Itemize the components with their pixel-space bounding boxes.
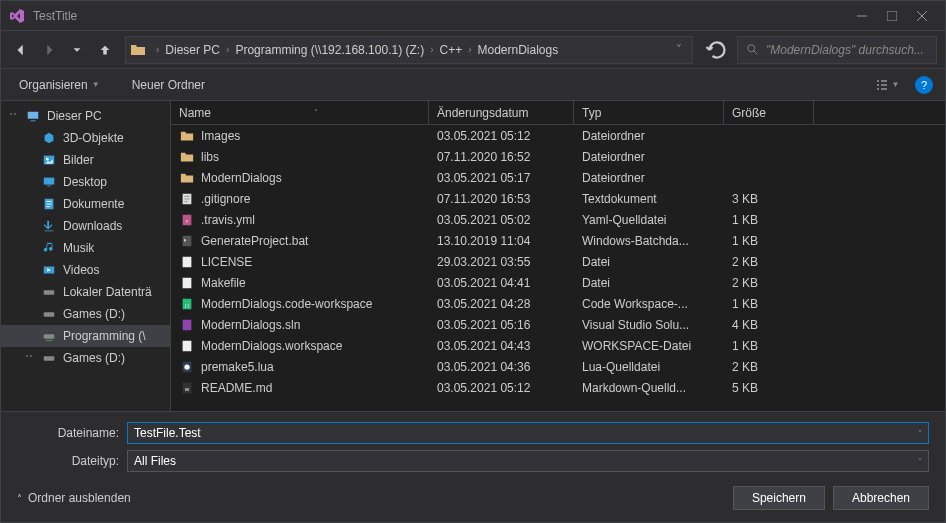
breadcrumb[interactable]: › Dieser PC › Programming (\\192.168.100…: [125, 36, 693, 64]
sidebar-item[interactable]: ˅˅Games (D:): [1, 347, 170, 369]
hide-folders-button[interactable]: ˄Ordner ausblenden: [17, 491, 131, 505]
save-button[interactable]: Speichern: [733, 486, 825, 510]
sidebar-item[interactable]: Desktop: [1, 171, 170, 193]
close-button[interactable]: [907, 1, 937, 31]
file-name: ModernDialogs: [201, 171, 282, 185]
titlebar: TestTitle: [1, 1, 945, 31]
cancel-button[interactable]: Abbrechen: [833, 486, 929, 510]
file-type: Dateiordner: [574, 171, 724, 185]
nav-forward-button[interactable]: [37, 38, 61, 62]
file-row[interactable]: Y.travis.yml03.05.2021 05:02Yaml-Quellda…: [171, 209, 945, 230]
svg-rect-4: [44, 178, 55, 185]
search-input[interactable]: "ModernDialogs" durchsuch...: [737, 36, 937, 64]
nav-up-button[interactable]: [93, 38, 117, 62]
sidebar-item[interactable]: Games (D:): [1, 303, 170, 325]
file-row[interactable]: MREADME.md03.05.2021 05:12Markdown-Quell…: [171, 377, 945, 398]
file-row[interactable]: ModernDialogs.sln03.05.2021 05:16Visual …: [171, 314, 945, 335]
file-type: WORKSPACE-Datei: [574, 339, 724, 353]
file-type: Windows-Batchda...: [574, 234, 724, 248]
sln-icon: [179, 317, 195, 333]
column-date[interactable]: Änderungsdatum: [429, 101, 574, 124]
navbar: › Dieser PC › Programming (\\192.168.100…: [1, 31, 945, 69]
file-row[interactable]: ModernDialogs.workspace03.05.2021 04:43W…: [171, 335, 945, 356]
chevron-down-icon[interactable]: ˅: [918, 457, 922, 466]
minimize-button[interactable]: [847, 1, 877, 31]
chevron-right-icon: ›: [156, 44, 159, 55]
svg-rect-20: [183, 256, 192, 267]
sidebar-item[interactable]: Videos: [1, 259, 170, 281]
file-size: 1 KB: [724, 234, 814, 248]
filetype-select[interactable]: All Files˅: [127, 450, 929, 472]
file-date: 03.05.2021 04:36: [429, 360, 574, 374]
sidebar-item[interactable]: Musik: [1, 237, 170, 259]
sidebar-item[interactable]: Dokumente: [1, 193, 170, 215]
crumb-item[interactable]: ModernDialogs: [476, 43, 561, 57]
file-type: Markdown-Quelld...: [574, 381, 724, 395]
file-row[interactable]: Images03.05.2021 05:12Dateiordner: [171, 125, 945, 146]
refresh-button[interactable]: [705, 38, 729, 62]
sidebar: ˅˅Dieser PC3D-ObjekteBilderDesktopDokume…: [1, 101, 171, 411]
column-name[interactable]: Name˄: [171, 101, 429, 124]
text-icon: [179, 191, 195, 207]
file-row[interactable]: Makefile03.05.2021 04:41Datei2 KB: [171, 272, 945, 293]
file-size: 5 KB: [724, 381, 814, 395]
music-icon: [41, 240, 57, 256]
crumb-item[interactable]: Dieser PC: [163, 43, 222, 57]
file-row[interactable]: libs07.11.2020 16:52Dateiordner: [171, 146, 945, 167]
file-row[interactable]: GenerateProject.bat13.10.2019 11:04Windo…: [171, 230, 945, 251]
organize-button[interactable]: Organisieren▼: [13, 78, 106, 92]
code-icon: { }: [179, 296, 195, 312]
file-row[interactable]: { }ModernDialogs.code-workspace03.05.202…: [171, 293, 945, 314]
file-date: 03.05.2021 04:43: [429, 339, 574, 353]
crumb-item[interactable]: Programming (\\192.168.100.1) (Z:): [233, 43, 426, 57]
drive-icon: [41, 350, 57, 366]
svg-rect-21: [183, 277, 192, 288]
column-size[interactable]: Größe: [724, 101, 814, 124]
file-row[interactable]: premake5.lua03.05.2021 04:36Lua-Quelldat…: [171, 356, 945, 377]
chevron-down-icon[interactable]: ˅: [918, 429, 922, 438]
sidebar-item[interactable]: Programming (\: [1, 325, 170, 347]
sidebar-item[interactable]: Lokaler Datenträ: [1, 281, 170, 303]
file-size: 2 KB: [724, 276, 814, 290]
help-button[interactable]: ?: [915, 76, 933, 94]
svg-text:{ }: { }: [185, 302, 190, 307]
filename-input[interactable]: TestFile.Test˅: [127, 422, 929, 444]
vs-icon: [9, 8, 25, 24]
sidebar-item-label: Videos: [63, 263, 99, 277]
view-options-button[interactable]: ▼: [867, 78, 907, 92]
crumb-item[interactable]: C++: [437, 43, 464, 57]
tree-caret-icon: ˅˅: [25, 354, 35, 363]
file-dialog-window: TestTitle › Dieser PC › Programming (\\1…: [0, 0, 946, 523]
svg-rect-5: [47, 186, 51, 187]
folder-icon: [179, 128, 195, 144]
sidebar-item[interactable]: Downloads: [1, 215, 170, 237]
column-type[interactable]: Typ: [574, 101, 724, 124]
main-area: ˅˅Dieser PC3D-ObjekteBilderDesktopDokume…: [1, 101, 945, 411]
chevron-down-icon[interactable]: ˅: [670, 43, 688, 57]
file-type: Datei: [574, 255, 724, 269]
file-type: Dateiordner: [574, 150, 724, 164]
folder-icon: [179, 170, 195, 186]
file-row[interactable]: ModernDialogs03.05.2021 05:17Dateiordner: [171, 167, 945, 188]
file-row[interactable]: .gitignore07.11.2020 16:53Textdokument3 …: [171, 188, 945, 209]
chevron-right-icon: ›: [468, 44, 471, 55]
list-view-icon: [875, 78, 889, 92]
toolbar: Organisieren▼ Neuer Ordner ▼ ?: [1, 69, 945, 101]
nav-recent-button[interactable]: [65, 38, 89, 62]
svg-point-27: [184, 364, 189, 369]
chevron-right-icon: ›: [430, 44, 433, 55]
sidebar-item-label: Dieser PC: [47, 109, 102, 123]
search-icon: [746, 43, 760, 57]
sidebar-item-label: Games (D:): [63, 307, 125, 321]
window-title: TestTitle: [33, 9, 847, 23]
maximize-button[interactable]: [877, 1, 907, 31]
file-name: .gitignore: [201, 192, 250, 206]
sidebar-item[interactable]: ˅˅Dieser PC: [1, 105, 170, 127]
new-folder-button[interactable]: Neuer Ordner: [126, 78, 211, 92]
sidebar-item[interactable]: Bilder: [1, 149, 170, 171]
file-row[interactable]: LICENSE29.03.2021 03:55Datei2 KB: [171, 251, 945, 272]
downloads-icon: [41, 218, 57, 234]
nav-back-button[interactable]: [9, 38, 33, 62]
sidebar-item[interactable]: 3D-Objekte: [1, 127, 170, 149]
file-name: README.md: [201, 381, 272, 395]
